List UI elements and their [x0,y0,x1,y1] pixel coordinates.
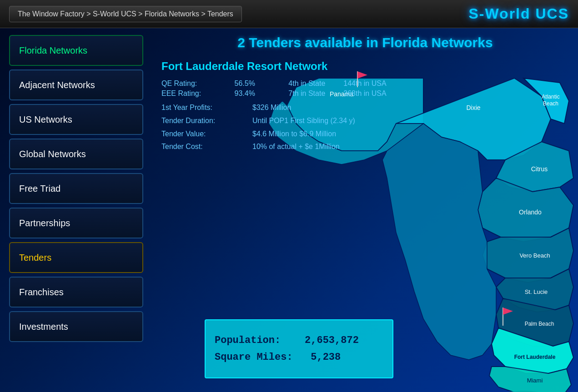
sqmiles-label: Square Miles: [215,352,293,363]
sidebar-item-partnerships[interactable]: Partnerships [9,208,143,238]
citrus-label: Citrus [531,165,548,173]
cost-value: 10% of actual + $e 1Million [252,140,340,154]
eee-value: 93.4% [235,89,285,98]
palm-beach-label: Palm Beach [525,321,554,327]
sidebar-item-tenders[interactable]: Tenders [9,242,143,273]
eee-rank-usa: 368th in USA [343,89,386,98]
eee-label: EEE Rating: [161,89,231,98]
profits-label: 1st Year Profits: [161,101,252,114]
value-value: $4.6 Million to $6.9 Million [252,128,336,141]
population-text: Population: 2,653,872 Square Miles: 5,23… [215,332,359,366]
value-label: Tender Value: [161,128,252,141]
cost-label: Tender Cost: [161,140,252,154]
sidebar-item-investments[interactable]: Investments [9,311,143,342]
main-layout: Florida Networks Adjacent Networks US Ne… [0,28,578,392]
breadcrumb: The Window Factory > S-World UCS > Flori… [9,6,242,22]
vero-beach-label: Vero Beach [519,252,550,259]
duration-label: Tender Duration: [161,114,252,128]
svg-marker-13 [382,124,496,360]
sidebar-item-florida-networks[interactable]: Florida Networks [9,35,143,66]
qe-label: QE Rating: [161,79,231,88]
eee-rank-state: 7th in State [288,89,325,98]
content-area: 2 Tenders available in Florida Networks … [152,28,578,392]
duration-row: Tender Duration: Until POP1 First Siblin… [161,114,416,128]
qe-rank-state: 4th in State [288,79,325,88]
top-bar: The Window Factory > S-World UCS > Flori… [0,0,578,28]
population-box: Population: 2,653,872 Square Miles: 5,23… [205,319,393,378]
orlando-label: Orlando [519,208,542,216]
network-name: Fort Lauderdale Resort Network [161,60,416,73]
profits-value: $326 Million [252,101,291,114]
svg-text:Beach: Beach [543,100,558,107]
value-row: Tender Value: $4.6 Million to $6.9 Milli… [161,128,416,141]
info-panel: Fort Lauderdale Resort Network QE Rating… [161,60,416,154]
stats-grid: QE Rating: 56.5% 4th in State 144th in U… [161,79,416,98]
st-lucie-label: St. Lucie [525,288,548,295]
population-value: 2,653,872 [305,335,359,346]
profits-row: 1st Year Profits: $326 Million [161,101,416,114]
dixie-label: Dixie [466,104,480,111]
miami-label: Miami [527,377,543,384]
detail-rows: 1st Year Profits: $326 Million Tender Du… [161,101,416,154]
logo: S-World UCS [468,5,569,22]
sidebar-item-free-triad[interactable]: Free Triad [9,173,143,204]
qe-value: 56.5% [235,79,285,88]
sidebar-item-us-networks[interactable]: US Networks [9,104,143,135]
population-label: Population: [215,335,281,346]
sidebar-item-adjacent-networks[interactable]: Adjacent Networks [9,69,143,100]
sidebar-item-franchises[interactable]: Franchises [9,277,143,308]
page-title: 2 Tenders available in Florida Networks [161,35,569,50]
qe-rank-usa: 144th in USA [343,79,386,88]
sidebar: Florida Networks Adjacent Networks US Ne… [0,28,152,392]
sqmiles-value: 5,238 [311,352,341,363]
cost-row: Tender Cost: 10% of actual + $e 1Million [161,140,416,154]
fort-lauderdale-label: Fort Lauderdale [514,354,556,360]
sidebar-item-global-networks[interactable]: Global Networks [9,139,143,169]
atlantic-beach-label: Atlantic [542,94,559,100]
duration-value: Until POP1 First Sibling (2.34 y) [252,114,355,128]
